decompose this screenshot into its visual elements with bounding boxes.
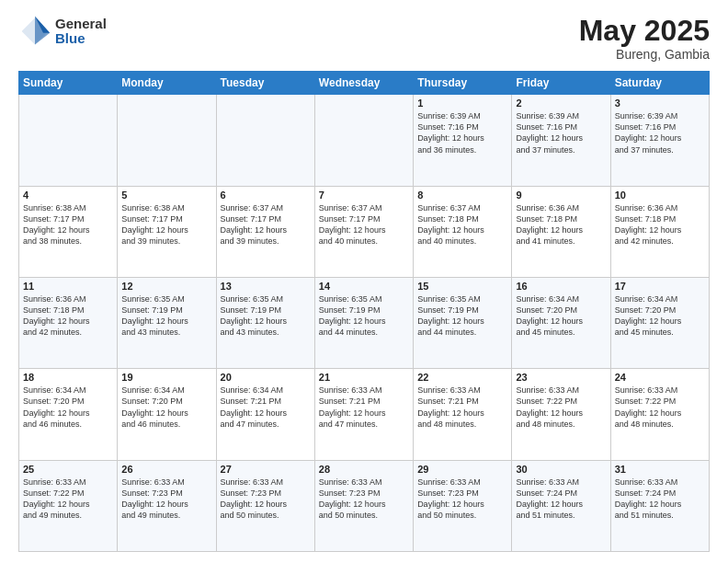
table-row: 11Sunrise: 6:36 AMSunset: 7:18 PMDayligh…: [19, 277, 118, 368]
calendar-week-2: 4Sunrise: 6:38 AMSunset: 7:17 PMDaylight…: [19, 186, 710, 277]
table-row: 6Sunrise: 6:37 AMSunset: 7:17 PMDaylight…: [216, 186, 314, 277]
calendar-week-4: 18Sunrise: 6:34 AMSunset: 7:20 PMDayligh…: [19, 369, 710, 460]
table-row: [314, 95, 413, 186]
day-number: 3: [615, 98, 705, 109]
title-month: May 2025: [579, 15, 710, 47]
logo-text: General Blue: [55, 17, 107, 47]
table-row: 13Sunrise: 6:35 AMSunset: 7:19 PMDayligh…: [216, 277, 314, 368]
generalblue-logo-icon: [18, 15, 51, 48]
calendar-week-1: 1Sunrise: 6:39 AMSunset: 7:16 PMDaylight…: [19, 95, 710, 186]
cell-content: Sunrise: 6:34 AMSunset: 7:20 PMDaylight:…: [516, 293, 606, 339]
cell-content: Sunrise: 6:33 AMSunset: 7:23 PMDaylight:…: [121, 477, 211, 522]
cell-content: Sunrise: 6:36 AMSunset: 7:18 PMDaylight:…: [516, 202, 606, 247]
cell-content: Sunrise: 6:39 AMSunset: 7:16 PMDaylight:…: [516, 110, 606, 155]
col-sunday: Sunday: [19, 72, 118, 95]
day-number: 19: [121, 372, 211, 383]
col-friday: Friday: [512, 72, 610, 95]
col-saturday: Saturday: [610, 72, 709, 95]
cell-content: Sunrise: 6:39 AMSunset: 7:16 PMDaylight:…: [615, 110, 705, 155]
col-monday: Monday: [118, 72, 216, 95]
table-row: 22Sunrise: 6:33 AMSunset: 7:21 PMDayligh…: [414, 369, 512, 460]
day-number: 15: [417, 281, 507, 292]
day-number: 26: [121, 464, 211, 475]
table-row: 16Sunrise: 6:34 AMSunset: 7:20 PMDayligh…: [512, 277, 610, 368]
day-number: 30: [516, 464, 606, 475]
cell-content: Sunrise: 6:33 AMSunset: 7:24 PMDaylight:…: [516, 477, 606, 522]
calendar-table: Sunday Monday Tuesday Wednesday Thursday…: [18, 71, 710, 552]
day-number: 1: [417, 98, 507, 109]
title-block: May 2025 Bureng, Gambia: [579, 15, 710, 62]
day-number: 12: [121, 281, 211, 292]
table-row: 27Sunrise: 6:33 AMSunset: 7:23 PMDayligh…: [216, 460, 314, 551]
table-row: 29Sunrise: 6:33 AMSunset: 7:23 PMDayligh…: [414, 460, 512, 551]
table-row: 7Sunrise: 6:37 AMSunset: 7:17 PMDaylight…: [314, 186, 413, 277]
table-row: 12Sunrise: 6:35 AMSunset: 7:19 PMDayligh…: [118, 277, 216, 368]
col-wednesday: Wednesday: [314, 72, 413, 95]
day-number: 28: [319, 464, 409, 475]
day-number: 18: [23, 372, 113, 383]
cell-content: Sunrise: 6:37 AMSunset: 7:17 PMDaylight:…: [319, 202, 409, 247]
cell-content: Sunrise: 6:33 AMSunset: 7:23 PMDaylight:…: [221, 477, 311, 522]
day-number: 23: [516, 372, 606, 383]
day-number: 27: [221, 464, 311, 475]
day-number: 10: [615, 190, 705, 201]
day-number: 22: [417, 372, 507, 383]
day-number: 31: [615, 464, 705, 475]
logo: General Blue: [18, 15, 107, 48]
table-row: [19, 95, 118, 186]
calendar-week-5: 25Sunrise: 6:33 AMSunset: 7:22 PMDayligh…: [19, 460, 710, 551]
day-number: 29: [417, 464, 507, 475]
table-row: [216, 95, 314, 186]
table-row: [118, 95, 216, 186]
cell-content: Sunrise: 6:38 AMSunset: 7:17 PMDaylight:…: [23, 202, 113, 247]
cell-content: Sunrise: 6:37 AMSunset: 7:17 PMDaylight:…: [221, 202, 311, 247]
cell-content: Sunrise: 6:34 AMSunset: 7:20 PMDaylight:…: [615, 293, 705, 339]
header: General Blue May 2025 Bureng, Gambia: [18, 15, 710, 62]
cell-content: Sunrise: 6:33 AMSunset: 7:22 PMDaylight:…: [23, 477, 113, 522]
table-row: 17Sunrise: 6:34 AMSunset: 7:20 PMDayligh…: [610, 277, 709, 368]
cell-content: Sunrise: 6:33 AMSunset: 7:21 PMDaylight:…: [417, 385, 507, 430]
logo-general: General: [55, 16, 107, 31]
cell-content: Sunrise: 6:35 AMSunset: 7:19 PMDaylight:…: [121, 293, 211, 339]
table-row: 19Sunrise: 6:34 AMSunset: 7:20 PMDayligh…: [118, 369, 216, 460]
table-row: 25Sunrise: 6:33 AMSunset: 7:22 PMDayligh…: [19, 460, 118, 551]
table-row: 28Sunrise: 6:33 AMSunset: 7:23 PMDayligh…: [314, 460, 413, 551]
table-row: 23Sunrise: 6:33 AMSunset: 7:22 PMDayligh…: [512, 369, 610, 460]
cell-content: Sunrise: 6:34 AMSunset: 7:21 PMDaylight:…: [221, 385, 311, 430]
cell-content: Sunrise: 6:33 AMSunset: 7:22 PMDaylight:…: [516, 385, 606, 430]
day-number: 7: [319, 190, 409, 201]
cell-content: Sunrise: 6:34 AMSunset: 7:20 PMDaylight:…: [23, 385, 113, 430]
cell-content: Sunrise: 6:37 AMSunset: 7:18 PMDaylight:…: [417, 202, 507, 247]
table-row: 18Sunrise: 6:34 AMSunset: 7:20 PMDayligh…: [19, 369, 118, 460]
table-row: 15Sunrise: 6:35 AMSunset: 7:19 PMDayligh…: [414, 277, 512, 368]
cell-content: Sunrise: 6:36 AMSunset: 7:18 PMDaylight:…: [615, 202, 705, 247]
table-row: 9Sunrise: 6:36 AMSunset: 7:18 PMDaylight…: [512, 186, 610, 277]
table-row: 21Sunrise: 6:33 AMSunset: 7:21 PMDayligh…: [314, 369, 413, 460]
day-number: 25: [23, 464, 113, 475]
table-row: 1Sunrise: 6:39 AMSunset: 7:16 PMDaylight…: [414, 95, 512, 186]
day-number: 13: [221, 281, 311, 292]
day-number: 9: [516, 190, 606, 201]
day-number: 2: [516, 98, 606, 109]
day-number: 11: [23, 281, 113, 292]
table-row: 3Sunrise: 6:39 AMSunset: 7:16 PMDaylight…: [610, 95, 709, 186]
day-number: 6: [221, 190, 311, 201]
table-row: 20Sunrise: 6:34 AMSunset: 7:21 PMDayligh…: [216, 369, 314, 460]
table-row: 14Sunrise: 6:35 AMSunset: 7:19 PMDayligh…: [314, 277, 413, 368]
table-row: 10Sunrise: 6:36 AMSunset: 7:18 PMDayligh…: [610, 186, 709, 277]
table-row: 31Sunrise: 6:33 AMSunset: 7:24 PMDayligh…: [610, 460, 709, 551]
table-row: 5Sunrise: 6:38 AMSunset: 7:17 PMDaylight…: [118, 186, 216, 277]
table-row: 30Sunrise: 6:33 AMSunset: 7:24 PMDayligh…: [512, 460, 610, 551]
cell-content: Sunrise: 6:33 AMSunset: 7:23 PMDaylight:…: [417, 477, 507, 522]
table-row: 4Sunrise: 6:38 AMSunset: 7:17 PMDaylight…: [19, 186, 118, 277]
day-number: 16: [516, 281, 606, 292]
cell-content: Sunrise: 6:39 AMSunset: 7:16 PMDaylight:…: [417, 110, 507, 155]
day-number: 20: [221, 372, 311, 383]
cell-content: Sunrise: 6:33 AMSunset: 7:23 PMDaylight:…: [319, 477, 409, 522]
cell-content: Sunrise: 6:34 AMSunset: 7:20 PMDaylight:…: [121, 385, 211, 430]
day-number: 8: [417, 190, 507, 201]
title-location: Bureng, Gambia: [579, 47, 710, 62]
logo-blue: Blue: [55, 30, 85, 46]
day-number: 17: [615, 281, 705, 292]
calendar-header-row: Sunday Monday Tuesday Wednesday Thursday…: [19, 72, 710, 95]
